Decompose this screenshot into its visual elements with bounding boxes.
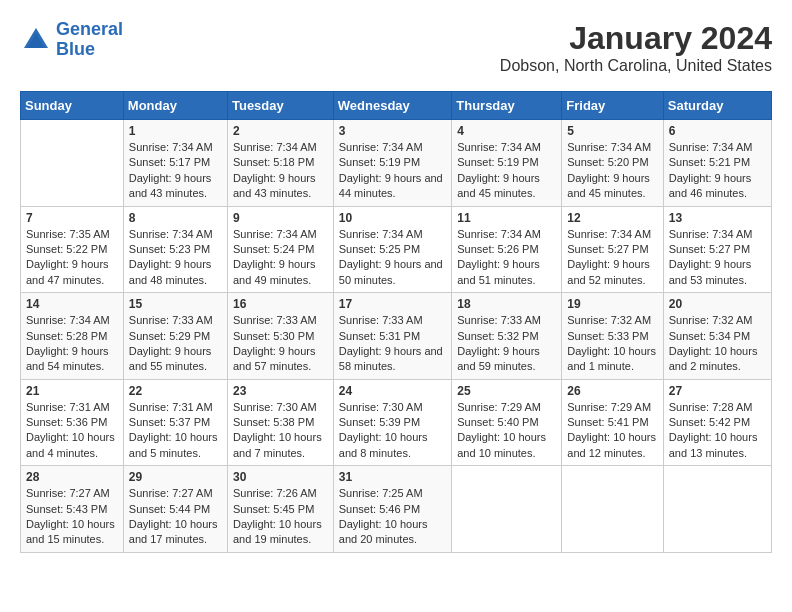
day-number: 28 — [26, 470, 118, 484]
day-info: Sunrise: 7:31 AMSunset: 5:36 PMDaylight:… — [26, 400, 118, 462]
calendar-cell: 10Sunrise: 7:34 AMSunset: 5:25 PMDayligh… — [333, 206, 451, 293]
day-number: 12 — [567, 211, 657, 225]
day-info: Sunrise: 7:34 AMSunset: 5:20 PMDaylight:… — [567, 140, 657, 202]
day-info: Sunrise: 7:30 AMSunset: 5:39 PMDaylight:… — [339, 400, 446, 462]
weekday-header-sunday: Sunday — [21, 92, 124, 120]
calendar-header-row: SundayMondayTuesdayWednesdayThursdayFrid… — [21, 92, 772, 120]
calendar-cell: 25Sunrise: 7:29 AMSunset: 5:40 PMDayligh… — [452, 379, 562, 466]
day-number: 25 — [457, 384, 556, 398]
day-number: 24 — [339, 384, 446, 398]
day-number: 7 — [26, 211, 118, 225]
weekday-header-thursday: Thursday — [452, 92, 562, 120]
day-number: 2 — [233, 124, 328, 138]
day-info: Sunrise: 7:29 AMSunset: 5:41 PMDaylight:… — [567, 400, 657, 462]
calendar-cell: 20Sunrise: 7:32 AMSunset: 5:34 PMDayligh… — [663, 293, 771, 380]
day-number: 5 — [567, 124, 657, 138]
day-info: Sunrise: 7:32 AMSunset: 5:33 PMDaylight:… — [567, 313, 657, 375]
day-info: Sunrise: 7:34 AMSunset: 5:17 PMDaylight:… — [129, 140, 222, 202]
day-number: 31 — [339, 470, 446, 484]
day-info: Sunrise: 7:33 AMSunset: 5:30 PMDaylight:… — [233, 313, 328, 375]
day-info: Sunrise: 7:33 AMSunset: 5:29 PMDaylight:… — [129, 313, 222, 375]
calendar-week-row: 7Sunrise: 7:35 AMSunset: 5:22 PMDaylight… — [21, 206, 772, 293]
calendar-cell — [562, 466, 663, 553]
calendar-cell: 9Sunrise: 7:34 AMSunset: 5:24 PMDaylight… — [227, 206, 333, 293]
day-info: Sunrise: 7:33 AMSunset: 5:32 PMDaylight:… — [457, 313, 556, 375]
page-header: General Blue January 2024 Dobson, North … — [20, 20, 772, 75]
day-info: Sunrise: 7:34 AMSunset: 5:24 PMDaylight:… — [233, 227, 328, 289]
day-number: 3 — [339, 124, 446, 138]
day-info: Sunrise: 7:31 AMSunset: 5:37 PMDaylight:… — [129, 400, 222, 462]
calendar-week-row: 1Sunrise: 7:34 AMSunset: 5:17 PMDaylight… — [21, 120, 772, 207]
title-block: January 2024 Dobson, North Carolina, Uni… — [500, 20, 772, 75]
page-title: January 2024 — [500, 20, 772, 57]
day-number: 17 — [339, 297, 446, 311]
day-info: Sunrise: 7:26 AMSunset: 5:45 PMDaylight:… — [233, 486, 328, 548]
day-info: Sunrise: 7:33 AMSunset: 5:31 PMDaylight:… — [339, 313, 446, 375]
day-info: Sunrise: 7:34 AMSunset: 5:28 PMDaylight:… — [26, 313, 118, 375]
calendar-cell: 7Sunrise: 7:35 AMSunset: 5:22 PMDaylight… — [21, 206, 124, 293]
calendar-cell: 18Sunrise: 7:33 AMSunset: 5:32 PMDayligh… — [452, 293, 562, 380]
calendar-cell: 13Sunrise: 7:34 AMSunset: 5:27 PMDayligh… — [663, 206, 771, 293]
calendar-cell: 22Sunrise: 7:31 AMSunset: 5:37 PMDayligh… — [123, 379, 227, 466]
calendar-week-row: 14Sunrise: 7:34 AMSunset: 5:28 PMDayligh… — [21, 293, 772, 380]
calendar-cell: 2Sunrise: 7:34 AMSunset: 5:18 PMDaylight… — [227, 120, 333, 207]
calendar-cell — [21, 120, 124, 207]
day-number: 13 — [669, 211, 766, 225]
calendar-cell: 24Sunrise: 7:30 AMSunset: 5:39 PMDayligh… — [333, 379, 451, 466]
day-number: 23 — [233, 384, 328, 398]
calendar-cell: 28Sunrise: 7:27 AMSunset: 5:43 PMDayligh… — [21, 466, 124, 553]
weekday-header-monday: Monday — [123, 92, 227, 120]
calendar-cell — [452, 466, 562, 553]
day-info: Sunrise: 7:34 AMSunset: 5:18 PMDaylight:… — [233, 140, 328, 202]
day-number: 30 — [233, 470, 328, 484]
day-info: Sunrise: 7:34 AMSunset: 5:27 PMDaylight:… — [669, 227, 766, 289]
day-number: 26 — [567, 384, 657, 398]
day-number: 20 — [669, 297, 766, 311]
calendar-cell: 21Sunrise: 7:31 AMSunset: 5:36 PMDayligh… — [21, 379, 124, 466]
calendar-cell: 23Sunrise: 7:30 AMSunset: 5:38 PMDayligh… — [227, 379, 333, 466]
day-number: 19 — [567, 297, 657, 311]
calendar-cell: 4Sunrise: 7:34 AMSunset: 5:19 PMDaylight… — [452, 120, 562, 207]
calendar-week-row: 28Sunrise: 7:27 AMSunset: 5:43 PMDayligh… — [21, 466, 772, 553]
day-info: Sunrise: 7:30 AMSunset: 5:38 PMDaylight:… — [233, 400, 328, 462]
day-number: 27 — [669, 384, 766, 398]
weekday-header-tuesday: Tuesday — [227, 92, 333, 120]
calendar-cell: 14Sunrise: 7:34 AMSunset: 5:28 PMDayligh… — [21, 293, 124, 380]
day-number: 18 — [457, 297, 556, 311]
calendar-cell: 6Sunrise: 7:34 AMSunset: 5:21 PMDaylight… — [663, 120, 771, 207]
calendar-cell: 29Sunrise: 7:27 AMSunset: 5:44 PMDayligh… — [123, 466, 227, 553]
logo-blue: Blue — [56, 39, 95, 59]
day-info: Sunrise: 7:34 AMSunset: 5:19 PMDaylight:… — [339, 140, 446, 202]
day-number: 8 — [129, 211, 222, 225]
weekday-header-saturday: Saturday — [663, 92, 771, 120]
day-number: 11 — [457, 211, 556, 225]
day-number: 21 — [26, 384, 118, 398]
day-info: Sunrise: 7:34 AMSunset: 5:23 PMDaylight:… — [129, 227, 222, 289]
calendar-cell: 12Sunrise: 7:34 AMSunset: 5:27 PMDayligh… — [562, 206, 663, 293]
day-info: Sunrise: 7:34 AMSunset: 5:27 PMDaylight:… — [567, 227, 657, 289]
calendar-cell: 30Sunrise: 7:26 AMSunset: 5:45 PMDayligh… — [227, 466, 333, 553]
calendar-cell — [663, 466, 771, 553]
logo-text: General Blue — [56, 20, 123, 60]
day-info: Sunrise: 7:25 AMSunset: 5:46 PMDaylight:… — [339, 486, 446, 548]
day-number: 29 — [129, 470, 222, 484]
day-info: Sunrise: 7:28 AMSunset: 5:42 PMDaylight:… — [669, 400, 766, 462]
day-info: Sunrise: 7:34 AMSunset: 5:26 PMDaylight:… — [457, 227, 556, 289]
calendar-cell: 17Sunrise: 7:33 AMSunset: 5:31 PMDayligh… — [333, 293, 451, 380]
weekday-header-wednesday: Wednesday — [333, 92, 451, 120]
day-info: Sunrise: 7:32 AMSunset: 5:34 PMDaylight:… — [669, 313, 766, 375]
calendar-cell: 26Sunrise: 7:29 AMSunset: 5:41 PMDayligh… — [562, 379, 663, 466]
calendar-table: SundayMondayTuesdayWednesdayThursdayFrid… — [20, 91, 772, 553]
day-info: Sunrise: 7:34 AMSunset: 5:21 PMDaylight:… — [669, 140, 766, 202]
calendar-cell: 16Sunrise: 7:33 AMSunset: 5:30 PMDayligh… — [227, 293, 333, 380]
day-info: Sunrise: 7:34 AMSunset: 5:25 PMDaylight:… — [339, 227, 446, 289]
logo-icon — [20, 24, 52, 56]
day-info: Sunrise: 7:27 AMSunset: 5:43 PMDaylight:… — [26, 486, 118, 548]
calendar-cell: 1Sunrise: 7:34 AMSunset: 5:17 PMDaylight… — [123, 120, 227, 207]
calendar-cell: 8Sunrise: 7:34 AMSunset: 5:23 PMDaylight… — [123, 206, 227, 293]
calendar-cell: 5Sunrise: 7:34 AMSunset: 5:20 PMDaylight… — [562, 120, 663, 207]
day-number: 9 — [233, 211, 328, 225]
day-info: Sunrise: 7:35 AMSunset: 5:22 PMDaylight:… — [26, 227, 118, 289]
day-number: 16 — [233, 297, 328, 311]
day-number: 6 — [669, 124, 766, 138]
